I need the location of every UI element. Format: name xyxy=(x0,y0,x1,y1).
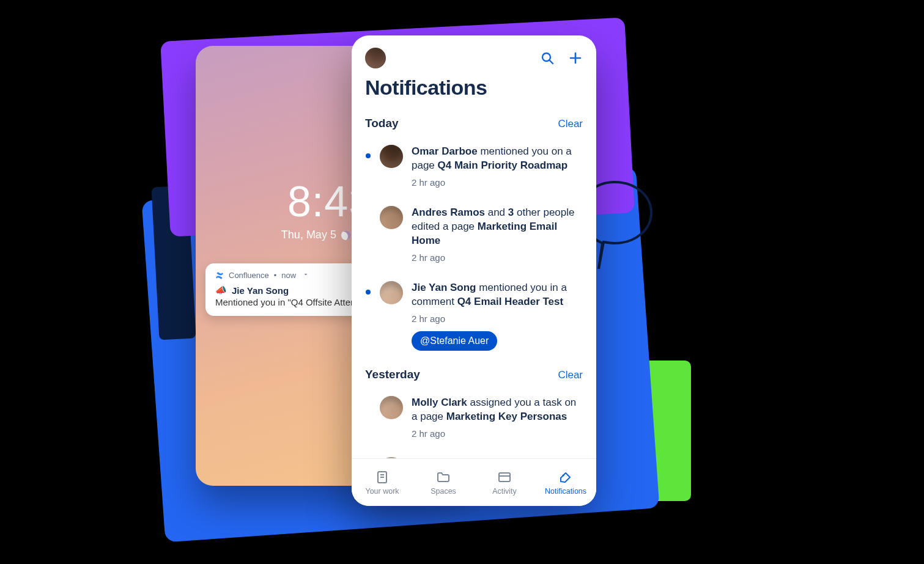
avatar xyxy=(380,145,403,168)
chevron-down-icon xyxy=(302,271,309,280)
target-name: Marketing Key Personas xyxy=(446,411,567,422)
actor-name: Molly Clark xyxy=(412,397,467,408)
tab-label: Your work xyxy=(365,487,399,496)
bell-tag-icon xyxy=(558,470,573,485)
count: 3 xyxy=(508,207,514,218)
clear-yesterday-button[interactable]: Clear xyxy=(558,369,583,381)
document-icon xyxy=(375,470,390,485)
create-button[interactable] xyxy=(568,51,583,65)
svg-point-9 xyxy=(562,474,564,476)
actor-name: Omar Darboe xyxy=(412,145,478,157)
notification-item[interactable]: Jie Yan Song mentioned you in a comment … xyxy=(365,273,583,359)
confluence-icon xyxy=(215,271,224,280)
section-label: Yesterday xyxy=(365,368,420,381)
profile-avatar[interactable] xyxy=(365,48,386,68)
tab-label: Activity xyxy=(492,487,517,496)
svg-rect-7 xyxy=(499,473,510,482)
tab-bar: Your work Spaces Activity Notifications xyxy=(352,458,596,506)
target-name: Q4 Email Header Test xyxy=(457,296,564,307)
notification-time: 2 hr ago xyxy=(412,428,583,440)
moon-icon xyxy=(341,230,351,240)
tab-your-work[interactable]: Your work xyxy=(352,459,413,506)
plus-icon xyxy=(568,51,583,65)
unread-dot xyxy=(366,153,371,158)
unread-dot xyxy=(366,290,371,295)
window-icon xyxy=(497,470,512,485)
app-phone: Notifications Today Clear Omar Darboe me… xyxy=(352,35,596,506)
tab-label: Spaces xyxy=(431,487,456,496)
search-button[interactable] xyxy=(540,51,555,65)
avatar xyxy=(380,206,403,229)
actor-name: Jie Yan Song xyxy=(412,282,476,293)
section-header-yesterday: Yesterday Clear xyxy=(365,368,583,381)
svg-line-1 xyxy=(550,60,553,64)
clear-today-button[interactable]: Clear xyxy=(558,118,583,130)
tab-spaces[interactable]: Spaces xyxy=(413,459,474,506)
target-name: Q4 Main Priority Roadmap xyxy=(438,159,568,171)
lockscreen-sender: Jie Yan Song xyxy=(232,285,289,296)
notification-time: 2 hr ago xyxy=(412,313,583,325)
notification-time: 2 hr ago xyxy=(412,177,583,189)
tab-label: Notifications xyxy=(545,487,586,496)
lockscreen-app-name: Confluence xyxy=(229,271,269,280)
notification-item[interactable]: Eva Lien liked your comment xyxy=(365,449,583,458)
notification-item[interactable]: Omar Darboe mentioned you on a page Q4 M… xyxy=(365,136,583,197)
app-top-bar xyxy=(352,35,596,73)
tab-notifications[interactable]: Notifications xyxy=(535,459,596,506)
megaphone-icon: 📣 xyxy=(215,285,227,296)
actor-name: Andres Ramos xyxy=(412,207,485,218)
lockscreen-when: now xyxy=(281,271,296,280)
notification-item[interactable]: Molly Clark assigned you a task on a pag… xyxy=(365,387,583,449)
section-header-today: Today Clear xyxy=(365,117,583,130)
search-icon xyxy=(540,51,555,65)
section-label: Today xyxy=(365,117,399,130)
avatar xyxy=(380,281,403,304)
lockscreen-date: Thu, May 5 xyxy=(281,229,336,241)
notification-time: 2 hr ago xyxy=(412,252,583,264)
avatar xyxy=(380,396,403,419)
page-title: Notifications xyxy=(365,76,583,100)
tab-activity[interactable]: Activity xyxy=(474,459,535,506)
notification-item[interactable]: Andres Ramos and 3 other people edited a… xyxy=(365,197,583,273)
notification-text: and xyxy=(485,207,508,218)
notifications-list[interactable]: Today Clear Omar Darboe mentioned you on… xyxy=(352,108,596,458)
mention-pill[interactable]: @Stefanie Auer xyxy=(412,331,497,351)
folder-icon xyxy=(436,470,451,485)
